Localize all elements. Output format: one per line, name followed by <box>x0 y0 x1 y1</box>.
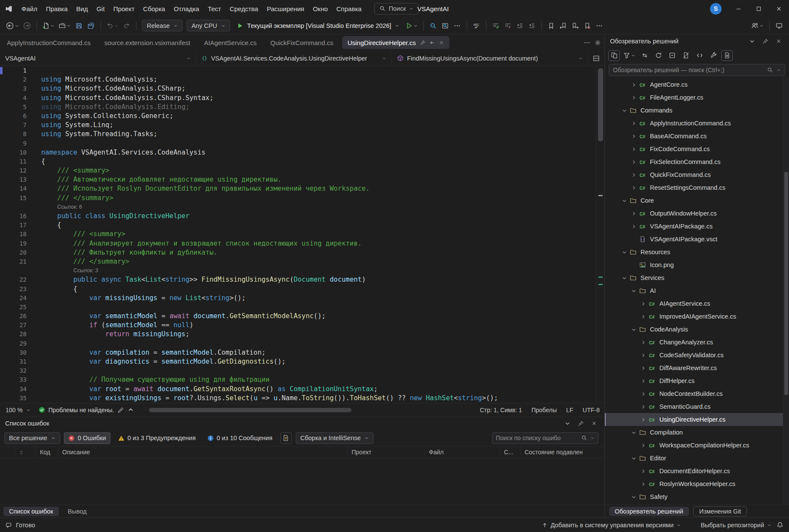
navigate-forward-button[interactable] <box>21 20 33 32</box>
chevron-down-icon[interactable] <box>619 108 629 113</box>
uncomment-selection-button[interactable] <box>502 20 513 32</box>
tree-item[interactable]: C#ResetSettingsCommand.cs <box>605 181 789 194</box>
pin-icon[interactable] <box>578 420 584 426</box>
chevron-right-icon[interactable] <box>629 211 638 216</box>
undock-tab-icon[interactable] <box>429 40 435 46</box>
collapse-all-button[interactable] <box>666 50 678 61</box>
toolbar-overflow-button[interactable] <box>452 20 463 32</box>
menu-tools[interactable]: Средства <box>225 0 262 17</box>
split-editor-button[interactable] <box>588 51 604 66</box>
refresh-button[interactable] <box>652 50 664 61</box>
tree-item[interactable]: C#DocumentEditorHelper.cs <box>605 465 789 477</box>
menu-window[interactable]: Окно <box>309 0 332 17</box>
tab-solution-explorer[interactable]: Обозреватель решений <box>609 507 689 516</box>
environment-layout-button[interactable] <box>774 20 785 32</box>
feedback-icon[interactable] <box>6 522 12 528</box>
chevron-down-icon[interactable] <box>619 275 629 281</box>
error-column-header[interactable]: Описание <box>58 447 348 458</box>
previous-bookmark-button[interactable] <box>558 20 569 32</box>
tree-item[interactable]: C#DiffHelper.cs <box>605 374 789 387</box>
line-column-indicator[interactable]: Стр: 1, Симв: 1 <box>475 407 527 413</box>
toggle-bookmark-button[interactable] <box>546 20 557 32</box>
tree-item[interactable]: C#QuickFixCommand.cs <box>605 168 789 181</box>
tree-item[interactable]: C#AgentCore.cs <box>605 78 789 91</box>
window-position-icon[interactable] <box>749 38 755 44</box>
decrease-indent-button[interactable] <box>514 20 525 32</box>
spell-checker-button[interactable]: ABC <box>471 20 482 32</box>
error-column-header[interactable]: Код <box>36 447 58 458</box>
tree-item[interactable]: AI <box>605 284 789 297</box>
error-search-box[interactable] <box>492 432 598 444</box>
error-column-header[interactable]: С... <box>500 447 521 458</box>
error-column-header[interactable]: Файл <box>425 447 500 458</box>
start-debugging-button[interactable]: Текущий экземпляр [Visual Studio Enterpr… <box>233 20 404 32</box>
tree-item[interactable]: C#FixSelectionCommand.cs <box>605 155 789 168</box>
global-search-button[interactable]: Поиск <box>374 3 418 15</box>
tree-item[interactable]: C#FileAgentLogger.cs <box>605 91 789 104</box>
breadcrumb-dropdown-1[interactable]: {}VSAgentAI.Services.CodeAnalysis.UsingD… <box>196 51 392 66</box>
line-ending-indicator[interactable]: LF <box>561 407 578 413</box>
menu-extensions[interactable]: Расширения <box>262 0 308 17</box>
scrollbar-thumb[interactable] <box>598 68 603 141</box>
tree-item[interactable]: C#CodeSafetyValidator.cs <box>605 349 789 362</box>
whitespace-indicator[interactable]: Пробелы <box>527 407 561 413</box>
chevron-right-icon[interactable] <box>638 353 648 358</box>
tree-item[interactable]: C#ImprovedAIAgentService.cs <box>605 310 789 323</box>
document-tab[interactable]: QuickFixCommand.cs <box>264 34 340 51</box>
properties-button[interactable] <box>707 50 719 61</box>
tree-item[interactable]: C#ApplyInstructionCommand.cs <box>605 117 789 130</box>
chevron-right-icon[interactable] <box>638 481 648 487</box>
tree-item[interactable]: C#UsingDirectiveHelper.cs <box>605 413 789 426</box>
chevron-right-icon[interactable] <box>629 121 638 126</box>
document-tab[interactable]: UsingDirectiveHelper.cs <box>342 36 449 49</box>
chevron-right-icon[interactable] <box>629 172 638 178</box>
find-in-code-button[interactable] <box>428 20 439 32</box>
menu-test[interactable]: Тест <box>203 0 225 17</box>
search-window-button[interactable] <box>440 20 451 32</box>
scope-select[interactable]: Все решение <box>4 432 60 444</box>
show-all-files-button[interactable] <box>680 50 692 61</box>
severity-column[interactable] <box>0 447 15 458</box>
chevron-down-icon[interactable] <box>590 436 595 440</box>
notifications-bell-icon[interactable] <box>777 522 783 529</box>
tree-item[interactable]: Core <box>605 194 789 207</box>
chevron-right-icon[interactable] <box>629 185 638 191</box>
chevron-down-icon[interactable] <box>619 198 629 204</box>
chevron-down-icon[interactable] <box>629 430 638 435</box>
pin-tab-icon[interactable] <box>420 40 425 46</box>
chevron-down-icon[interactable] <box>777 68 781 72</box>
tab-error-list[interactable]: Список ошибок <box>3 507 59 516</box>
solution-search-box[interactable] <box>609 64 785 76</box>
chevron-right-icon[interactable] <box>629 82 638 88</box>
filter-button[interactable] <box>280 432 292 444</box>
scrollbar-thumb[interactable] <box>784 172 788 395</box>
document-health-indicator[interactable]: Проблемы не найдены. <box>36 407 137 413</box>
code-editor[interactable]: 12using Microsoft.CodeAnalysis;3using Mi… <box>0 66 604 403</box>
tab-git-changes[interactable]: Изменения Git <box>693 506 747 517</box>
preview-selected-items-button[interactable] <box>721 50 733 61</box>
chevron-down-icon[interactable] <box>629 494 638 500</box>
error-list-body[interactable] <box>0 458 604 505</box>
chevron-right-icon[interactable] <box>638 365 648 371</box>
tree-item[interactable]: Commands <box>605 104 789 117</box>
add-to-source-control-button[interactable]: Добавить в систему управления версиями <box>542 522 681 529</box>
platform-select[interactable]: Any CPU <box>187 20 230 31</box>
breadcrumb-dropdown-2[interactable]: FindMissingUsingsAsync(Document document… <box>392 51 588 66</box>
increase-indent-button[interactable] <box>526 20 537 32</box>
close-tab-icon[interactable] <box>439 40 444 46</box>
solution-search-input[interactable] <box>613 67 764 73</box>
account-avatar[interactable]: S <box>710 3 722 15</box>
document-tab[interactable]: ApplyInstructionCommand.cs <box>0 34 97 51</box>
errors-filter-button[interactable]: 0 Ошибки <box>64 432 110 444</box>
menu-file[interactable]: Файл <box>17 0 42 17</box>
close-icon[interactable] <box>591 420 597 426</box>
chevron-right-icon[interactable] <box>638 391 648 397</box>
minimize-button[interactable] <box>728 0 749 17</box>
chevron-up-icon[interactable] <box>127 407 134 413</box>
tree-item[interactable]: C#NodeContextBuilder.cs <box>605 387 789 400</box>
chevron-down-icon[interactable] <box>629 456 638 461</box>
configuration-select[interactable]: Release <box>142 20 182 31</box>
breadcrumb-dropdown-0[interactable]: VSAgentAI <box>0 51 196 66</box>
tree-vertical-scrollbar[interactable] <box>783 77 789 505</box>
menu-project[interactable]: Проект <box>109 0 139 17</box>
